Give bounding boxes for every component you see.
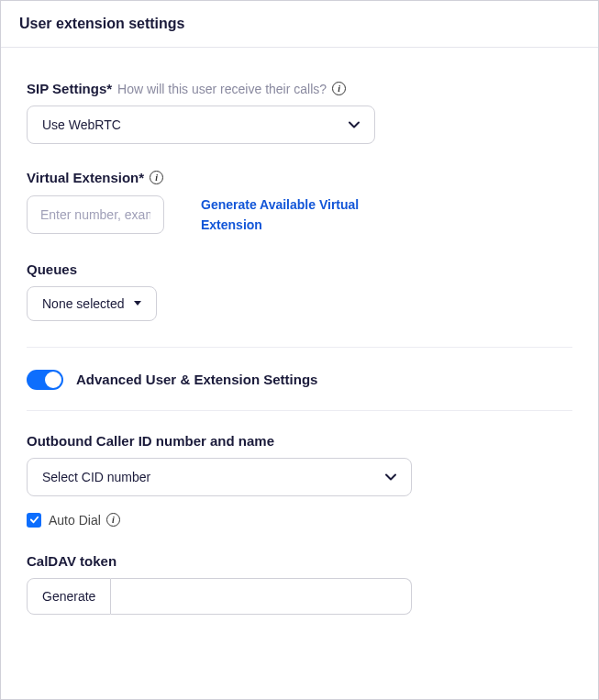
auto-dial-row: Auto Dial i — [27, 513, 572, 528]
caldav-token-input[interactable] — [111, 578, 412, 615]
outbound-cid-select[interactable]: Select CID number — [27, 458, 412, 496]
virtual-extension-row: Generate Available Virtual Extension — [27, 194, 572, 236]
virtual-extension-field: Virtual Extension* i Generate Available … — [27, 170, 572, 236]
caret-down-icon — [134, 301, 141, 306]
info-icon[interactable]: i — [150, 171, 163, 184]
auto-dial-checkbox[interactable] — [27, 513, 41, 528]
caldav-input-group: Generate — [27, 578, 412, 615]
caldav-label: CalDAV token — [27, 553, 572, 569]
advanced-settings-label: Advanced User & Extension Settings — [76, 372, 317, 387]
toggle-knob — [45, 372, 61, 388]
virtual-extension-label-row: Virtual Extension* i — [27, 170, 572, 185]
outbound-cid-field: Outbound Caller ID number and name Selec… — [27, 433, 572, 528]
chevron-down-icon — [383, 470, 398, 484]
outbound-cid-value: Select CID number — [42, 470, 150, 484]
sip-settings-hint: How will this user receive their calls? — [117, 82, 327, 96]
queues-field: Queues None selected — [27, 261, 572, 321]
separator — [27, 410, 572, 411]
info-icon[interactable]: i — [332, 82, 346, 95]
caldav-field: CalDAV token Generate — [27, 553, 572, 615]
queues-value: None selected — [42, 296, 125, 311]
sip-settings-label: SIP Settings* — [27, 81, 112, 96]
sip-settings-value: Use WebRTC — [42, 117, 121, 132]
sip-settings-select[interactable]: Use WebRTC — [27, 106, 375, 144]
virtual-extension-label: Virtual Extension* — [27, 170, 144, 185]
caldav-generate-button[interactable]: Generate — [27, 578, 111, 615]
panel-header: User extension settings — [1, 1, 598, 48]
panel-body: SIP Settings* How will this user receive… — [1, 48, 598, 633]
advanced-settings-toggle[interactable] — [27, 370, 63, 390]
advanced-toggle-row: Advanced User & Extension Settings — [27, 370, 572, 390]
queues-select[interactable]: None selected — [27, 286, 157, 321]
info-icon[interactable]: i — [106, 513, 120, 527]
sip-settings-label-row: SIP Settings* How will this user receive… — [27, 81, 572, 96]
chevron-down-icon — [347, 117, 361, 132]
auto-dial-label-wrap: Auto Dial i — [49, 513, 120, 528]
virtual-extension-input[interactable] — [27, 195, 164, 234]
user-extension-settings-panel: User extension settings SIP Settings* Ho… — [0, 0, 599, 700]
queues-label: Queues — [27, 261, 572, 277]
separator — [27, 347, 572, 348]
panel-title: User extension settings — [19, 16, 580, 32]
auto-dial-label: Auto Dial — [49, 513, 101, 528]
sip-settings-field: SIP Settings* How will this user receive… — [27, 81, 572, 144]
generate-virtual-extension-link[interactable]: Generate Available Virtual Extension — [201, 194, 384, 236]
outbound-cid-label: Outbound Caller ID number and name — [27, 433, 572, 449]
